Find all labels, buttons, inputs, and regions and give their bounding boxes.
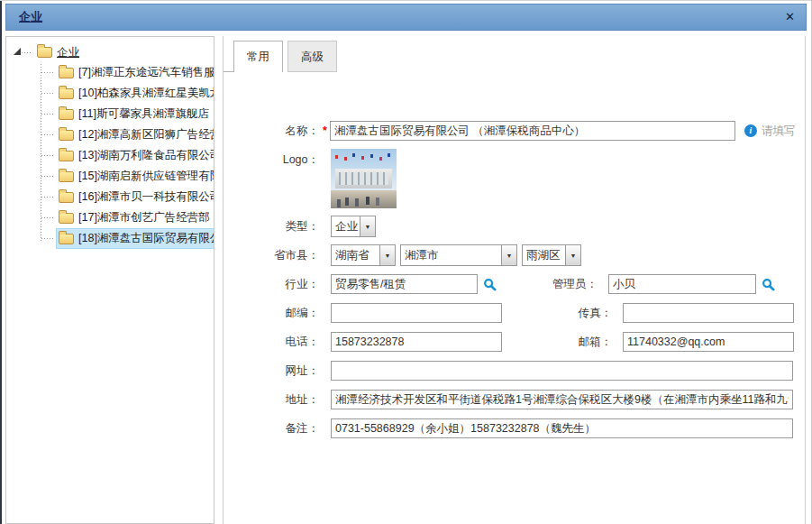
tree-connector-stub	[22, 52, 32, 53]
district-select-value: 雨湖区	[523, 245, 565, 265]
website-row: 网址：	[224, 360, 805, 382]
type-row: 类型： 企业 ▼	[224, 216, 805, 237]
name-input[interactable]	[330, 121, 735, 141]
tree-item: [7]湘潭正东途远汽车销售服务有限公司	[6, 62, 214, 83]
folder-icon	[37, 47, 52, 58]
industry-input[interactable]	[331, 274, 478, 294]
city-select-value: 湘潭市	[401, 245, 501, 265]
tree-node-company-17[interactable]: [17]湘潭市创艺广告经营部	[56, 207, 214, 228]
dialog-titlebar[interactable]: 企业 ✕	[5, 4, 807, 31]
required-asterisk: *	[323, 124, 327, 137]
postcode-label: 邮编：	[224, 306, 319, 321]
remark-input[interactable]	[331, 418, 793, 438]
chevron-down-icon[interactable]: ▼	[379, 245, 395, 265]
website-label: 网址：	[224, 363, 319, 379]
logo-label: Logo：	[224, 152, 319, 168]
type-label: 类型：	[224, 219, 319, 234]
address-label: 地址：	[224, 392, 319, 408]
website-input[interactable]	[331, 361, 793, 381]
tree-node-company-7[interactable]: [7]湘潭正东途远汽车销售服务有限公司	[56, 62, 214, 83]
folder-icon	[59, 234, 74, 244]
tree-node-company-16[interactable]: [16]湘潭市贝一科技有限公司	[56, 187, 214, 207]
tree-item-label: [18]湘潭盘古国际贸易有限公司	[78, 231, 214, 246]
logo-people	[345, 198, 349, 206]
tree-root-label: 企业	[57, 45, 79, 60]
tree-item: [13]湖南万利隆食品有限公司	[6, 145, 214, 166]
company-tree-panel: 企业 [7]湘潭正东途远汽车销售服务有限公司 [10]柏森家具湘潭红星美凯龙店 …	[5, 36, 214, 524]
folder-icon	[59, 151, 74, 161]
tree-root-row: 企业	[6, 42, 214, 62]
region-row: 省市县： 湖南省 ▼ 湘潭市 ▼ 雨湖区 ▼	[224, 244, 805, 266]
tree-item: [10]柏森家具湘潭红星美凯龙店	[6, 83, 214, 104]
tree-node-company-10[interactable]: [10]柏森家具湘潭红星美凯龙店	[56, 83, 214, 104]
district-select[interactable]: 雨湖区 ▼	[522, 244, 581, 266]
chevron-down-icon[interactable]: ▼	[565, 245, 580, 265]
region-label: 省市县：	[224, 248, 319, 263]
fax-input[interactable]	[623, 303, 794, 323]
dialog-title: 企业	[19, 5, 42, 30]
tree-item-label: [7]湘潭正东途远汽车销售服务有限公司	[78, 65, 214, 80]
postcode-input[interactable]	[331, 303, 502, 323]
tab-strip: 常用 高级	[224, 36, 805, 72]
manager-input[interactable]	[608, 274, 756, 294]
tree-item: [12]湘潭高新区阳狮广告经营部	[6, 124, 214, 145]
tree-node-company-13[interactable]: [13]湖南万利隆食品有限公司	[56, 145, 214, 166]
hint-text: 请填写	[762, 124, 796, 139]
fax-label: 传真：	[502, 306, 623, 321]
tree-node-company-12[interactable]: [12]湘潭高新区阳狮广告经营部	[56, 124, 214, 145]
page-left-edge	[0, 0, 2, 524]
search-icon[interactable]	[762, 278, 775, 291]
tree-item-label: [10]柏森家具湘潭红星美凯龙店	[78, 86, 214, 101]
folder-icon	[59, 68, 74, 78]
tree-item-label: [17]湘潭市创艺广告经营部	[78, 210, 210, 225]
address-input[interactable]	[331, 390, 793, 409]
name-row: 名称： * i 请填写	[224, 120, 805, 142]
city-select[interactable]: 湘潭市 ▼	[400, 244, 517, 266]
tab-common[interactable]: 常用	[233, 41, 283, 72]
logo-ground	[331, 190, 397, 208]
tab-advanced[interactable]: 高级	[287, 41, 337, 72]
logo-windows	[339, 172, 389, 184]
tree-item-label: [15]湖南启新供应链管理有限公司	[78, 169, 214, 184]
industry-label: 行业：	[224, 277, 319, 292]
logo-flags	[335, 155, 338, 159]
company-tree: 企业 [7]湘潭正东途远汽车销售服务有限公司 [10]柏森家具湘潭红星美凯龙店 …	[6, 42, 214, 249]
tree-item-selected: [18]湘潭盘古国际贸易有限公司	[6, 228, 214, 249]
folder-icon	[59, 88, 74, 99]
tree-item-label: [13]湖南万利隆食品有限公司	[78, 148, 214, 163]
tree-node-company-11[interactable]: [11]斯可馨家具湘潭旗舰店	[56, 104, 214, 124]
folder-icon	[59, 130, 74, 141]
province-select-value: 湖南省	[332, 245, 379, 265]
email-input[interactable]	[623, 332, 794, 352]
tree-item-label: [12]湘潭高新区阳狮广告经营部	[78, 127, 214, 142]
tree-node-company-15[interactable]: [15]湖南启新供应链管理有限公司	[56, 166, 214, 187]
tree-node-company-18[interactable]: [18]湘潭盘古国际贸易有限公司	[56, 228, 214, 249]
name-hint: i 请填写	[744, 124, 796, 139]
folder-icon	[59, 171, 74, 182]
close-icon[interactable]: ✕	[785, 5, 795, 30]
phone-input[interactable]	[331, 332, 502, 352]
tree-item-label: [11]斯可馨家具湘潭旗舰店	[78, 106, 209, 122]
province-select[interactable]: 湖南省 ▼	[331, 244, 396, 266]
logo-row: Logo：	[224, 149, 805, 208]
company-detail-panel: 常用 高级 名称： * i 请填写 Logo： 类型：	[223, 36, 806, 524]
chevron-down-icon[interactable]: ▼	[360, 216, 375, 236]
window-top-border	[0, 0, 812, 1]
search-icon[interactable]	[483, 278, 497, 291]
tree-item: [16]湘潭市贝一科技有限公司	[6, 187, 214, 207]
company-logo-image[interactable]	[331, 149, 397, 208]
remark-label: 备注：	[224, 421, 319, 437]
company-form: 名称： * i 请填写 Logo： 类型： 企业 ▼	[224, 72, 805, 439]
tree-item: [15]湖南启新供应链管理有限公司	[6, 166, 214, 187]
chevron-down-icon[interactable]: ▼	[501, 245, 516, 265]
phone-label: 电话：	[224, 335, 319, 350]
manager-label: 管理员：	[497, 277, 608, 292]
tree-node-root[interactable]: 企业	[34, 42, 84, 63]
email-label: 邮箱：	[502, 335, 623, 350]
address-row: 地址：	[224, 389, 805, 410]
postcode-fax-row: 邮编： 传真：	[224, 302, 805, 324]
folder-icon	[59, 213, 74, 224]
expander-icon[interactable]	[14, 48, 21, 55]
type-select[interactable]: 企业 ▼	[331, 216, 376, 237]
tree-item: [17]湘潭市创艺广告经营部	[6, 207, 214, 228]
